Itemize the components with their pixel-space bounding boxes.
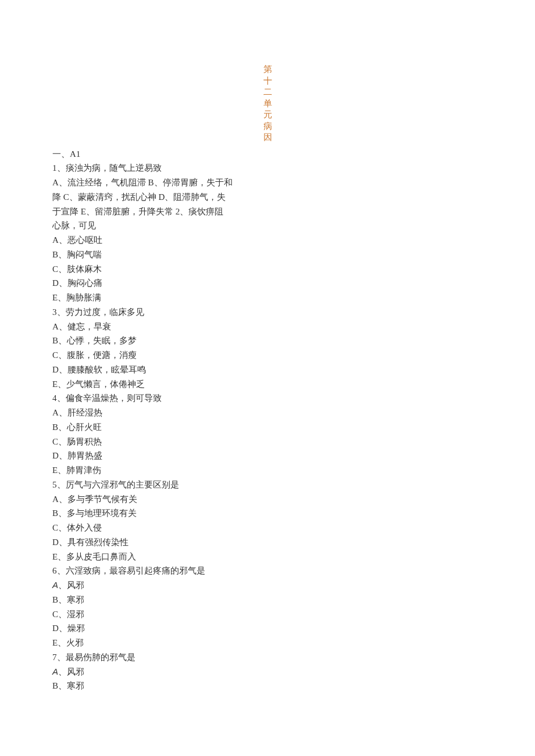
q6-option-a: A、风邪 — [52, 578, 483, 593]
q6-option-d: D、燥邪 — [52, 621, 483, 636]
q6-option-e: E、火邪 — [52, 636, 483, 650]
option-text: 、风邪 — [58, 581, 84, 590]
q2-option-b: B、胸闷气喘 — [52, 248, 483, 262]
option-label: A — [52, 580, 58, 590]
q2-stem-tail: 心脉，可见 — [52, 218, 483, 233]
q1-stem: 1、痰浊为病，随气上逆易致 — [52, 161, 483, 175]
q3-option-a: A、健忘，早衰 — [52, 320, 483, 334]
q4-option-b: B、心肝火旺 — [52, 420, 483, 435]
q6-option-c: C、湿邪 — [52, 607, 483, 622]
q2-option-e: E、胸胁胀满 — [52, 291, 483, 305]
q5-option-b: B、多与地理环境有关 — [52, 506, 483, 521]
title-char: 因 — [52, 132, 483, 144]
option-label: A — [52, 667, 58, 676]
q3-option-d: D、腰膝酸软，眩晕耳鸣 — [52, 363, 483, 377]
q3-option-e: E、少气懒言，体倦神乏 — [52, 377, 483, 392]
q5-option-c: C、体外入侵 — [52, 521, 483, 535]
q5-option-a: A、多与季节气候有关 — [52, 492, 483, 507]
q7-option-a: A、风邪 — [52, 665, 483, 679]
q4-option-a: A、肝经湿热 — [52, 406, 483, 420]
q5-stem: 5、厉气与六淫邪气的主要区别是 — [52, 478, 483, 492]
q3-option-c: C、腹胀，便溏，消瘦 — [52, 348, 483, 363]
q6-stem: 6、六淫致病，最容易引起疼痛的邪气是 — [52, 564, 483, 578]
q4-option-e: E、肺胃津伤 — [52, 463, 483, 478]
q5-option-e: E、多从皮毛口鼻而入 — [52, 550, 483, 564]
q4-stem: 4、偏食辛温燥热，则可导致 — [52, 391, 483, 406]
title-char: 元 — [52, 109, 483, 121]
q5-option-d: D、具有强烈传染性 — [52, 535, 483, 550]
q7-option-b: B、寒邪 — [52, 679, 483, 693]
q1-wrap: 于宣降 E、留滞脏腑，升降失常 2、痰饮痹阻 — [52, 205, 483, 219]
q3-option-b: B、心悸，失眠，多梦 — [52, 334, 483, 348]
q3-stem: 3、劳力过度，临床多见 — [52, 305, 483, 320]
title-char: 单 — [52, 98, 483, 110]
q1-wrap: 降 C、蒙蔽清窍，扰乱心神 D、阻滞肺气，失 — [52, 190, 483, 205]
document-page: 第 十 二 单 元 病 因 一、A1 1、痰浊为病，随气上逆易致 A、流注经络，… — [0, 0, 535, 728]
option-text: 、风邪 — [58, 667, 84, 676]
section-header: 一、A1 — [52, 147, 483, 162]
q1-wrap: A、流注经络，气机阻滞 B、停滞胃腑，失于和 — [52, 175, 483, 190]
title-char: 十 — [52, 76, 483, 87]
q6-option-b: B、寒邪 — [52, 593, 483, 607]
q2-option-c: C、肢体麻木 — [52, 262, 483, 277]
title-char: 第 — [52, 64, 483, 76]
q4-option-c: C、肠胃积热 — [52, 435, 483, 449]
title-char: 二 — [52, 87, 483, 98]
title-char: 病 — [52, 121, 483, 132]
content-body: 一、A1 1、痰浊为病，随气上逆易致 A、流注经络，气机阻滞 B、停滞胃腑，失于… — [52, 147, 483, 694]
q4-option-d: D、肺胃热盛 — [52, 449, 483, 463]
q2-option-a: A、恶心呕吐 — [52, 233, 483, 248]
unit-title: 第 十 二 单 元 病 因 — [52, 64, 483, 144]
q2-option-d: D、胸闷心痛 — [52, 276, 483, 291]
q7-stem: 7、最易伤肺的邪气是 — [52, 650, 483, 665]
